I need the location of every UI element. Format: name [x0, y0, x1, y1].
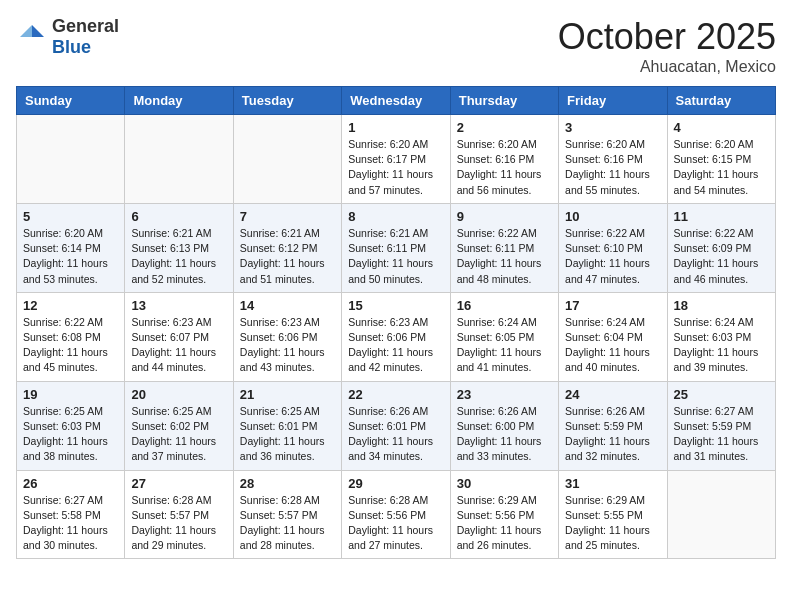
day-info: Sunrise: 6:24 AMSunset: 6:03 PMDaylight:… [674, 315, 769, 376]
day-number: 22 [348, 387, 443, 402]
calendar-day-cell: 12Sunrise: 6:22 AMSunset: 6:08 PMDayligh… [17, 292, 125, 381]
day-info: Sunrise: 6:26 AMSunset: 6:00 PMDaylight:… [457, 404, 552, 465]
day-number: 29 [348, 476, 443, 491]
day-info: Sunrise: 6:21 AMSunset: 6:12 PMDaylight:… [240, 226, 335, 287]
calendar-day-cell: 2Sunrise: 6:20 AMSunset: 6:16 PMDaylight… [450, 115, 558, 204]
day-info: Sunrise: 6:27 AMSunset: 5:59 PMDaylight:… [674, 404, 769, 465]
calendar-day-cell: 23Sunrise: 6:26 AMSunset: 6:00 PMDayligh… [450, 381, 558, 470]
day-info: Sunrise: 6:22 AMSunset: 6:10 PMDaylight:… [565, 226, 660, 287]
calendar-day-cell: 1Sunrise: 6:20 AMSunset: 6:17 PMDaylight… [342, 115, 450, 204]
calendar-day-cell [233, 115, 341, 204]
day-info: Sunrise: 6:22 AMSunset: 6:09 PMDaylight:… [674, 226, 769, 287]
day-number: 28 [240, 476, 335, 491]
day-info: Sunrise: 6:20 AMSunset: 6:15 PMDaylight:… [674, 137, 769, 198]
day-info: Sunrise: 6:21 AMSunset: 6:13 PMDaylight:… [131, 226, 226, 287]
day-info: Sunrise: 6:24 AMSunset: 6:05 PMDaylight:… [457, 315, 552, 376]
calendar-day-cell: 30Sunrise: 6:29 AMSunset: 5:56 PMDayligh… [450, 470, 558, 559]
day-number: 9 [457, 209, 552, 224]
calendar-day-cell [17, 115, 125, 204]
day-number: 31 [565, 476, 660, 491]
day-info: Sunrise: 6:26 AMSunset: 6:01 PMDaylight:… [348, 404, 443, 465]
day-info: Sunrise: 6:28 AMSunset: 5:56 PMDaylight:… [348, 493, 443, 554]
day-number: 15 [348, 298, 443, 313]
day-number: 8 [348, 209, 443, 224]
calendar-day-cell: 5Sunrise: 6:20 AMSunset: 6:14 PMDaylight… [17, 203, 125, 292]
calendar-week-row: 26Sunrise: 6:27 AMSunset: 5:58 PMDayligh… [17, 470, 776, 559]
day-info: Sunrise: 6:25 AMSunset: 6:02 PMDaylight:… [131, 404, 226, 465]
calendar-day-cell: 27Sunrise: 6:28 AMSunset: 5:57 PMDayligh… [125, 470, 233, 559]
calendar-day-cell [125, 115, 233, 204]
day-info: Sunrise: 6:26 AMSunset: 5:59 PMDaylight:… [565, 404, 660, 465]
title-block: October 2025 Ahuacatan, Mexico [558, 16, 776, 76]
calendar-day-cell: 11Sunrise: 6:22 AMSunset: 6:09 PMDayligh… [667, 203, 775, 292]
day-number: 23 [457, 387, 552, 402]
day-number: 4 [674, 120, 769, 135]
day-info: Sunrise: 6:22 AMSunset: 6:08 PMDaylight:… [23, 315, 118, 376]
month-title: October 2025 [558, 16, 776, 58]
day-info: Sunrise: 6:22 AMSunset: 6:11 PMDaylight:… [457, 226, 552, 287]
day-number: 6 [131, 209, 226, 224]
day-number: 16 [457, 298, 552, 313]
calendar-day-cell: 3Sunrise: 6:20 AMSunset: 6:16 PMDaylight… [559, 115, 667, 204]
calendar-day-cell: 19Sunrise: 6:25 AMSunset: 6:03 PMDayligh… [17, 381, 125, 470]
calendar-day-cell: 16Sunrise: 6:24 AMSunset: 6:05 PMDayligh… [450, 292, 558, 381]
day-number: 1 [348, 120, 443, 135]
calendar-day-cell: 22Sunrise: 6:26 AMSunset: 6:01 PMDayligh… [342, 381, 450, 470]
calendar-day-cell: 25Sunrise: 6:27 AMSunset: 5:59 PMDayligh… [667, 381, 775, 470]
location-subtitle: Ahuacatan, Mexico [558, 58, 776, 76]
calendar-header-row: SundayMondayTuesdayWednesdayThursdayFrid… [17, 87, 776, 115]
day-number: 21 [240, 387, 335, 402]
logo-icon [16, 21, 48, 53]
calendar-day-cell: 21Sunrise: 6:25 AMSunset: 6:01 PMDayligh… [233, 381, 341, 470]
day-info: Sunrise: 6:23 AMSunset: 6:06 PMDaylight:… [240, 315, 335, 376]
day-info: Sunrise: 6:29 AMSunset: 5:55 PMDaylight:… [565, 493, 660, 554]
day-number: 25 [674, 387, 769, 402]
calendar-day-cell [667, 470, 775, 559]
day-number: 3 [565, 120, 660, 135]
day-number: 12 [23, 298, 118, 313]
calendar-day-cell: 13Sunrise: 6:23 AMSunset: 6:07 PMDayligh… [125, 292, 233, 381]
day-info: Sunrise: 6:21 AMSunset: 6:11 PMDaylight:… [348, 226, 443, 287]
day-number: 10 [565, 209, 660, 224]
day-number: 20 [131, 387, 226, 402]
col-header-monday: Monday [125, 87, 233, 115]
day-info: Sunrise: 6:20 AMSunset: 6:14 PMDaylight:… [23, 226, 118, 287]
calendar-day-cell: 10Sunrise: 6:22 AMSunset: 6:10 PMDayligh… [559, 203, 667, 292]
page-header: General Blue October 2025 Ahuacatan, Mex… [16, 16, 776, 76]
day-number: 30 [457, 476, 552, 491]
calendar-week-row: 12Sunrise: 6:22 AMSunset: 6:08 PMDayligh… [17, 292, 776, 381]
calendar-day-cell: 26Sunrise: 6:27 AMSunset: 5:58 PMDayligh… [17, 470, 125, 559]
day-info: Sunrise: 6:28 AMSunset: 5:57 PMDaylight:… [240, 493, 335, 554]
day-info: Sunrise: 6:29 AMSunset: 5:56 PMDaylight:… [457, 493, 552, 554]
logo: General Blue [16, 16, 119, 58]
col-header-wednesday: Wednesday [342, 87, 450, 115]
calendar-day-cell: 20Sunrise: 6:25 AMSunset: 6:02 PMDayligh… [125, 381, 233, 470]
svg-rect-3 [20, 38, 44, 49]
day-info: Sunrise: 6:28 AMSunset: 5:57 PMDaylight:… [131, 493, 226, 554]
day-info: Sunrise: 6:23 AMSunset: 6:06 PMDaylight:… [348, 315, 443, 376]
col-header-saturday: Saturday [667, 87, 775, 115]
day-info: Sunrise: 6:20 AMSunset: 6:16 PMDaylight:… [565, 137, 660, 198]
calendar-week-row: 1Sunrise: 6:20 AMSunset: 6:17 PMDaylight… [17, 115, 776, 204]
calendar-day-cell: 4Sunrise: 6:20 AMSunset: 6:15 PMDaylight… [667, 115, 775, 204]
day-number: 5 [23, 209, 118, 224]
calendar-day-cell: 8Sunrise: 6:21 AMSunset: 6:11 PMDaylight… [342, 203, 450, 292]
col-header-sunday: Sunday [17, 87, 125, 115]
calendar-day-cell: 28Sunrise: 6:28 AMSunset: 5:57 PMDayligh… [233, 470, 341, 559]
day-number: 14 [240, 298, 335, 313]
day-number: 24 [565, 387, 660, 402]
day-info: Sunrise: 6:20 AMSunset: 6:16 PMDaylight:… [457, 137, 552, 198]
day-number: 13 [131, 298, 226, 313]
calendar-day-cell: 7Sunrise: 6:21 AMSunset: 6:12 PMDaylight… [233, 203, 341, 292]
day-info: Sunrise: 6:25 AMSunset: 6:01 PMDaylight:… [240, 404, 335, 465]
day-number: 2 [457, 120, 552, 135]
day-number: 19 [23, 387, 118, 402]
day-info: Sunrise: 6:25 AMSunset: 6:03 PMDaylight:… [23, 404, 118, 465]
day-info: Sunrise: 6:20 AMSunset: 6:17 PMDaylight:… [348, 137, 443, 198]
day-number: 18 [674, 298, 769, 313]
calendar-day-cell: 14Sunrise: 6:23 AMSunset: 6:06 PMDayligh… [233, 292, 341, 381]
calendar-day-cell: 15Sunrise: 6:23 AMSunset: 6:06 PMDayligh… [342, 292, 450, 381]
calendar-week-row: 5Sunrise: 6:20 AMSunset: 6:14 PMDaylight… [17, 203, 776, 292]
day-info: Sunrise: 6:23 AMSunset: 6:07 PMDaylight:… [131, 315, 226, 376]
calendar-day-cell: 31Sunrise: 6:29 AMSunset: 5:55 PMDayligh… [559, 470, 667, 559]
